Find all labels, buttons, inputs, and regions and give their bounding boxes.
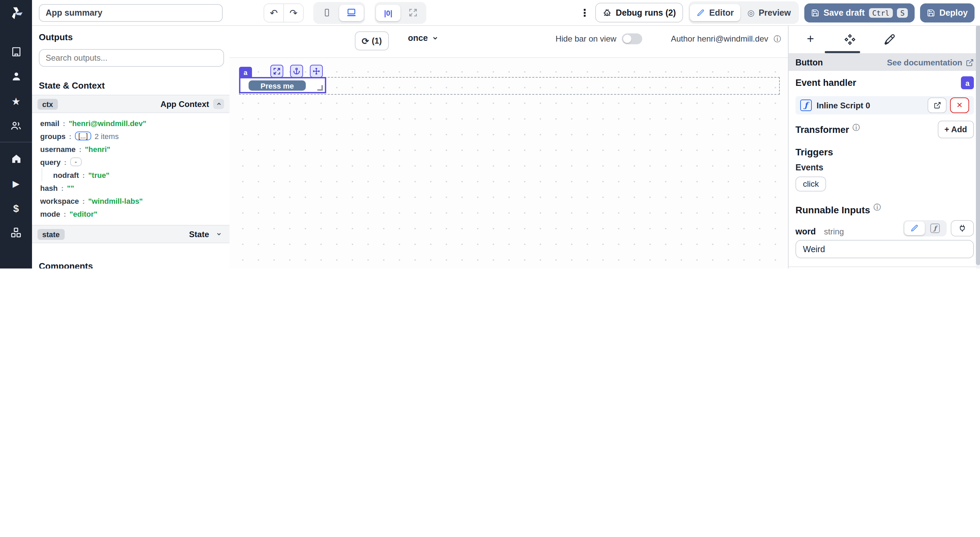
- inspector-tabs: +: [789, 25, 980, 54]
- state-header-row[interactable]: state State: [32, 225, 229, 243]
- output-row: query:-: [40, 155, 223, 168]
- inline-script-row[interactable]: ƒ Inline Script 0 ✕: [795, 96, 974, 115]
- expand-handle-icon[interactable]: [270, 65, 283, 78]
- function-icon: ƒ: [800, 99, 812, 111]
- settings-tab[interactable]: [842, 29, 858, 49]
- move-handle-icon[interactable]: [310, 65, 323, 78]
- output-row: hash:"": [40, 181, 223, 194]
- editor-preview-toggle: Editor ◎ Preview: [689, 2, 799, 24]
- resize-handle[interactable]: [317, 85, 323, 91]
- app-editor-window: ★ ▶ $ ⚙ ↶ ↷ |0| ⋮: [0, 0, 980, 269]
- windmill-logo[interactable]: [8, 5, 24, 21]
- click-event-pill: click: [795, 177, 826, 191]
- top-toolbar: ↶ ↷ |0| ⋮ Debug runs (2) Editor ◎: [32, 0, 980, 26]
- event-handler-title: Event handler: [795, 78, 856, 88]
- component-inspector: + Button See documentation Event handler…: [788, 25, 980, 269]
- ctx-header-row[interactable]: ctx App Context: [32, 95, 229, 113]
- author-label: Author henri@windmill.dev: [671, 34, 768, 44]
- anchor-handle-icon[interactable]: [290, 65, 303, 78]
- hide-bar-toggle[interactable]: [622, 33, 642, 44]
- home-icon[interactable]: [0, 147, 32, 171]
- components-icon: [844, 33, 856, 45]
- editor-tab[interactable]: Editor: [690, 4, 741, 21]
- selected-component[interactable]: Press me: [239, 77, 326, 93]
- search-outputs-input[interactable]: [39, 49, 224, 67]
- see-documentation-link[interactable]: See documentation: [887, 57, 974, 67]
- events-title: Events: [795, 163, 974, 172]
- output-value: "true": [88, 171, 109, 179]
- bug-icon: [603, 8, 612, 17]
- layout-toggle: |0|: [375, 2, 426, 24]
- save-draft-button[interactable]: Save draft Ctrl S: [804, 3, 915, 22]
- resources-icon[interactable]: [0, 220, 32, 245]
- device-toggle: [313, 2, 365, 24]
- deploy-button[interactable]: Deploy: [920, 3, 975, 22]
- triggers-title: Triggers: [795, 147, 974, 158]
- state-badge: state: [37, 229, 64, 239]
- eval-value-button[interactable]: ƒ: [925, 221, 945, 235]
- output-row: nodraft:"true": [41, 168, 223, 181]
- mobile-view-button[interactable]: [315, 5, 339, 21]
- app-summary-input[interactable]: [39, 4, 223, 21]
- runnable-inputs-title: Runnable Inputs: [795, 204, 870, 215]
- preview-eye-icon: ◎: [748, 8, 754, 18]
- insert-tab[interactable]: +: [802, 29, 819, 49]
- ctx-rows: email:"henri@windmill.dev"groups:[...]2 …: [32, 113, 229, 225]
- output-value: "henri@windmill.dev": [69, 119, 146, 127]
- groups-icon[interactable]: [0, 113, 32, 138]
- deploy-icon: [927, 8, 935, 17]
- output-value: "henri": [85, 145, 110, 153]
- recompute-button[interactable]: ⟳ (1): [355, 31, 388, 51]
- open-script-button[interactable]: [928, 97, 947, 113]
- brush-icon: [883, 33, 896, 45]
- runs-icon[interactable]: ▶: [0, 171, 32, 196]
- preview-tab[interactable]: ◎ Preview: [741, 4, 798, 21]
- connect-input-button[interactable]: [951, 220, 974, 236]
- outputs-panel: Outputs State & Context ctx App Context …: [32, 25, 230, 269]
- undo-button[interactable]: ↶: [264, 4, 283, 21]
- input-word-label: wordstring: [795, 227, 844, 236]
- desktop-view-button[interactable]: [339, 5, 364, 21]
- left-nav-rail: ★ ▶ $ ⚙: [0, 0, 32, 269]
- static-or-eval-toggle: ƒ: [903, 220, 947, 236]
- word-input[interactable]: [795, 240, 974, 258]
- hide-bar-label: Hide bar on view: [555, 34, 616, 44]
- frequency-dropdown[interactable]: once: [408, 33, 439, 43]
- centered-layout-button[interactable]: |0|: [376, 5, 401, 21]
- external-link-icon: [966, 58, 974, 67]
- app-canvas[interactable]: ⟳ (1) once Hide bar on view Author henri…: [229, 25, 788, 269]
- ctx-label: App Context: [161, 99, 209, 109]
- debug-runs-button[interactable]: Debug runs (2): [595, 3, 683, 22]
- remove-script-button[interactable]: ✕: [950, 97, 969, 113]
- output-value: "": [67, 184, 74, 192]
- user-icon[interactable]: [0, 64, 32, 89]
- redo-button[interactable]: ↷: [283, 4, 303, 21]
- more-menu-icon[interactable]: ⋮: [579, 6, 590, 19]
- schedules-icon[interactable]: [0, 264, 32, 269]
- save-icon: [811, 8, 819, 17]
- add-transformer-button[interactable]: + Add: [938, 121, 974, 138]
- variables-icon[interactable]: $: [0, 196, 32, 220]
- info-icon: ⓘ: [873, 202, 881, 213]
- component-id-tab[interactable]: a: [239, 67, 252, 78]
- kbd-ctrl: Ctrl: [869, 8, 893, 18]
- undo-redo-group: ↶ ↷: [264, 3, 304, 22]
- workspace-icon[interactable]: [0, 40, 32, 64]
- expand-array-badge[interactable]: [...]: [75, 132, 91, 140]
- chevron-up-icon[interactable]: [213, 99, 224, 109]
- output-value: 2 items: [95, 132, 119, 140]
- press-me-button[interactable]: Press me: [248, 80, 306, 91]
- component-type-bar: Button See documentation: [789, 54, 980, 71]
- output-row: workspace:"windmill-labs": [40, 194, 223, 207]
- chevron-down-icon[interactable]: [213, 229, 224, 239]
- components-title: Components: [39, 261, 223, 269]
- fullwidth-layout-button[interactable]: [401, 5, 425, 21]
- styling-tab[interactable]: [881, 29, 897, 49]
- static-value-button[interactable]: [904, 221, 925, 235]
- info-icon: ⓘ: [853, 122, 860, 132]
- kbd-s: S: [897, 8, 908, 18]
- outputs-title: Outputs: [39, 32, 223, 42]
- favorites-icon[interactable]: ★: [0, 89, 32, 113]
- output-row: username:"henri": [40, 142, 223, 155]
- inspector-scrollbar-thumb[interactable]: [976, 25, 980, 265]
